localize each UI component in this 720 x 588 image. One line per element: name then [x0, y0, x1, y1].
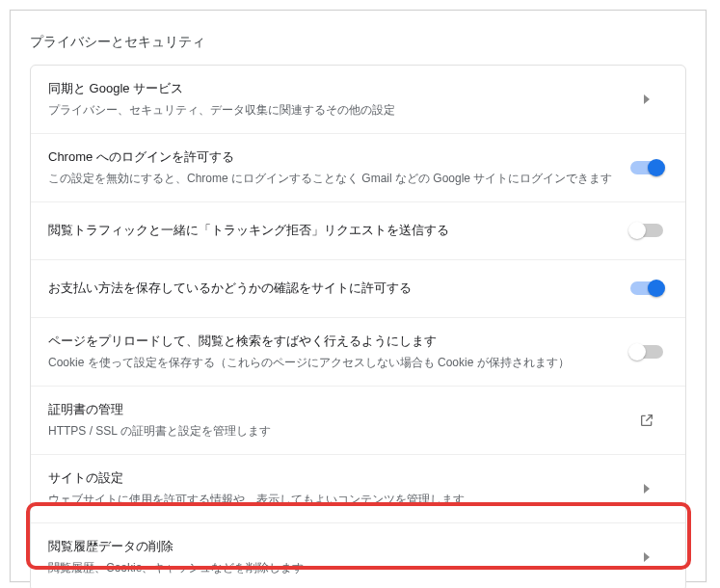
row-text: お支払い方法を保存しているかどうかの確認をサイトに許可する: [48, 279, 626, 299]
toggle-payment-method-check[interactable]: [630, 281, 663, 295]
row-site-settings[interactable]: サイトの設定 ウェブサイトに使用を許可する情報や、表示してもよいコンテンツを管理…: [31, 455, 685, 523]
settings-card: 同期と Google サービス プライバシー、セキュリティ、データ収集に関連する…: [30, 65, 686, 588]
row-payment-method-check: お支払い方法を保存しているかどうかの確認をサイトに許可する: [31, 260, 685, 318]
row-sync-google-services[interactable]: 同期と Google サービス プライバシー、セキュリティ、データ収集に関連する…: [31, 66, 685, 134]
row-text: 閲覧トラフィックと一緒に「トラッキング拒否」リクエストを送信する: [48, 221, 626, 241]
row-text: Chrome へのログインを許可する この設定を無効にすると、Chrome にロ…: [48, 147, 626, 188]
settings-panel: プライバシーとセキュリティ 同期と Google サービス プライバシー、セキュ…: [10, 10, 707, 582]
row-title: サイトの設定: [48, 468, 614, 489]
row-allow-chrome-signin: Chrome へのログインを許可する この設定を無効にすると、Chrome にロ…: [31, 134, 685, 202]
row-manage-certificates[interactable]: 証明書の管理 HTTPS / SSL の証明書と設定を管理します: [31, 387, 685, 455]
row-subtitle: プライバシー、セキュリティ、データ収集に関連するその他の設定: [48, 101, 614, 120]
toggle-do-not-track[interactable]: [630, 224, 663, 237]
row-clear-browsing-data[interactable]: 閲覧履歴データの削除 閲覧履歴、Cookie、キャッシュなどを削除します: [31, 523, 685, 588]
row-title: Chrome へのログインを許可する: [48, 147, 614, 168]
chevron-right-icon: [626, 94, 668, 104]
row-subtitle: HTTPS / SSL の証明書と設定を管理します: [48, 422, 614, 441]
chevron-right-icon: [626, 552, 668, 562]
row-title: 閲覧履歴データの削除: [48, 537, 614, 557]
row-text: サイトの設定 ウェブサイトに使用を許可する情報や、表示してもよいコンテンツを管理…: [48, 468, 626, 509]
row-subtitle: ウェブサイトに使用を許可する情報や、表示してもよいコンテンツを管理します: [48, 491, 614, 509]
external-link-icon: [626, 413, 668, 428]
row-text: 同期と Google サービス プライバシー、セキュリティ、データ収集に関連する…: [48, 79, 626, 120]
row-text: 閲覧履歴データの削除 閲覧履歴、Cookie、キャッシュなどを削除します: [48, 537, 626, 577]
row-text: ページをプリロードして、閲覧と検索をすばやく行えるようにします Cookie を…: [48, 332, 626, 372]
chevron-right-icon: [626, 484, 668, 494]
row-subtitle: この設定を無効にすると、Chrome にログインすることなく Gmail などの…: [48, 170, 614, 188]
row-preload-pages: ページをプリロードして、閲覧と検索をすばやく行えるようにします Cookie を…: [31, 318, 685, 387]
row-title: 閲覧トラフィックと一緒に「トラッキング拒否」リクエストを送信する: [48, 221, 614, 241]
row-text: 証明書の管理 HTTPS / SSL の証明書と設定を管理します: [48, 400, 626, 441]
row-title: 同期と Google サービス: [48, 79, 614, 99]
toggle-preload-pages[interactable]: [630, 345, 663, 359]
row-title: 証明書の管理: [48, 400, 614, 420]
row-title: お支払い方法を保存しているかどうかの確認をサイトに許可する: [48, 279, 614, 299]
row-subtitle: Cookie を使って設定を保存する（これらのページにアクセスしない場合も Co…: [48, 354, 614, 372]
section-title: プライバシーとセキュリティ: [11, 11, 706, 65]
row-title: ページをプリロードして、閲覧と検索をすばやく行えるようにします: [48, 332, 614, 352]
toggle-allow-chrome-signin[interactable]: [630, 161, 663, 174]
row-do-not-track: 閲覧トラフィックと一緒に「トラッキング拒否」リクエストを送信する: [31, 202, 685, 260]
row-subtitle: 閲覧履歴、Cookie、キャッシュなどを削除します: [48, 559, 614, 577]
